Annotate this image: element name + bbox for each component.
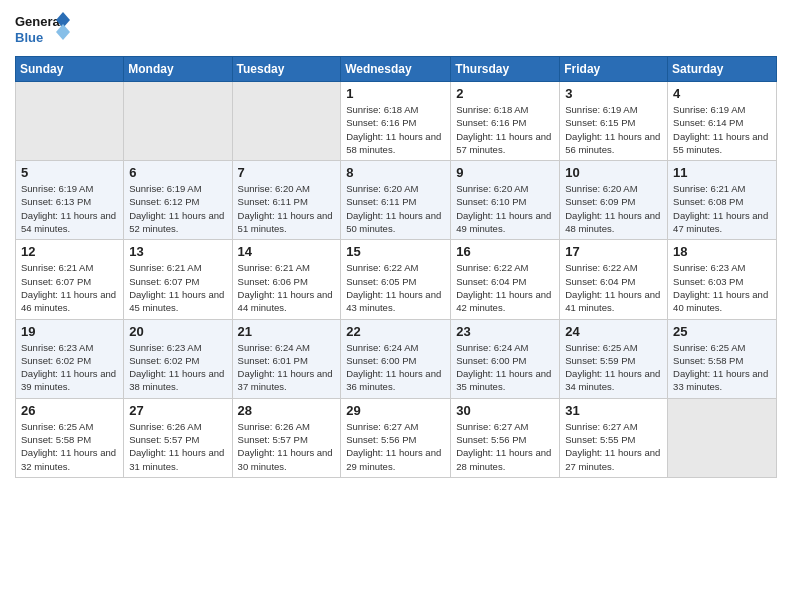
calendar-week-row: 1Sunrise: 6:18 AMSunset: 6:16 PMDaylight… [16,82,777,161]
weekday-header-row: SundayMondayTuesdayWednesdayThursdayFrid… [16,57,777,82]
day-info: Sunrise: 6:19 AMSunset: 6:14 PMDaylight:… [673,103,771,156]
calendar-cell: 1Sunrise: 6:18 AMSunset: 6:16 PMDaylight… [341,82,451,161]
calendar-cell: 24Sunrise: 6:25 AMSunset: 5:59 PMDayligh… [560,319,668,398]
day-info: Sunrise: 6:27 AMSunset: 5:55 PMDaylight:… [565,420,662,473]
day-number: 12 [21,244,118,259]
day-info: Sunrise: 6:24 AMSunset: 6:01 PMDaylight:… [238,341,336,394]
calendar-cell: 3Sunrise: 6:19 AMSunset: 6:15 PMDaylight… [560,82,668,161]
calendar-cell [124,82,232,161]
day-info: Sunrise: 6:24 AMSunset: 6:00 PMDaylight:… [346,341,445,394]
day-number: 26 [21,403,118,418]
calendar-week-row: 26Sunrise: 6:25 AMSunset: 5:58 PMDayligh… [16,398,777,477]
day-info: Sunrise: 6:18 AMSunset: 6:16 PMDaylight:… [456,103,554,156]
day-info: Sunrise: 6:27 AMSunset: 5:56 PMDaylight:… [346,420,445,473]
day-number: 2 [456,86,554,101]
calendar-cell: 18Sunrise: 6:23 AMSunset: 6:03 PMDayligh… [668,240,777,319]
day-info: Sunrise: 6:22 AMSunset: 6:04 PMDaylight:… [456,261,554,314]
calendar-cell [668,398,777,477]
day-info: Sunrise: 6:21 AMSunset: 6:06 PMDaylight:… [238,261,336,314]
calendar-cell [16,82,124,161]
weekday-header: Tuesday [232,57,341,82]
calendar-cell: 5Sunrise: 6:19 AMSunset: 6:13 PMDaylight… [16,161,124,240]
day-number: 22 [346,324,445,339]
day-info: Sunrise: 6:20 AMSunset: 6:10 PMDaylight:… [456,182,554,235]
day-info: Sunrise: 6:24 AMSunset: 6:00 PMDaylight:… [456,341,554,394]
calendar-cell: 29Sunrise: 6:27 AMSunset: 5:56 PMDayligh… [341,398,451,477]
calendar-cell: 11Sunrise: 6:21 AMSunset: 6:08 PMDayligh… [668,161,777,240]
day-number: 13 [129,244,226,259]
day-info: Sunrise: 6:27 AMSunset: 5:56 PMDaylight:… [456,420,554,473]
day-info: Sunrise: 6:26 AMSunset: 5:57 PMDaylight:… [129,420,226,473]
day-info: Sunrise: 6:19 AMSunset: 6:15 PMDaylight:… [565,103,662,156]
calendar-cell: 16Sunrise: 6:22 AMSunset: 6:04 PMDayligh… [451,240,560,319]
day-number: 31 [565,403,662,418]
day-number: 28 [238,403,336,418]
logo-svg: General Blue [15,10,70,48]
calendar-cell: 12Sunrise: 6:21 AMSunset: 6:07 PMDayligh… [16,240,124,319]
svg-text:Blue: Blue [15,30,43,45]
calendar-cell: 8Sunrise: 6:20 AMSunset: 6:11 PMDaylight… [341,161,451,240]
day-number: 7 [238,165,336,180]
logo: General Blue [15,10,70,48]
day-info: Sunrise: 6:20 AMSunset: 6:11 PMDaylight:… [346,182,445,235]
calendar-week-row: 19Sunrise: 6:23 AMSunset: 6:02 PMDayligh… [16,319,777,398]
calendar-cell: 4Sunrise: 6:19 AMSunset: 6:14 PMDaylight… [668,82,777,161]
calendar-cell: 2Sunrise: 6:18 AMSunset: 6:16 PMDaylight… [451,82,560,161]
day-info: Sunrise: 6:25 AMSunset: 5:58 PMDaylight:… [673,341,771,394]
day-number: 6 [129,165,226,180]
day-number: 16 [456,244,554,259]
day-number: 18 [673,244,771,259]
calendar-table: SundayMondayTuesdayWednesdayThursdayFrid… [15,56,777,478]
day-info: Sunrise: 6:19 AMSunset: 6:12 PMDaylight:… [129,182,226,235]
day-info: Sunrise: 6:20 AMSunset: 6:11 PMDaylight:… [238,182,336,235]
calendar-cell [232,82,341,161]
calendar-week-row: 5Sunrise: 6:19 AMSunset: 6:13 PMDaylight… [16,161,777,240]
day-number: 25 [673,324,771,339]
day-number: 23 [456,324,554,339]
day-info: Sunrise: 6:21 AMSunset: 6:07 PMDaylight:… [129,261,226,314]
day-number: 30 [456,403,554,418]
calendar-cell: 17Sunrise: 6:22 AMSunset: 6:04 PMDayligh… [560,240,668,319]
day-number: 1 [346,86,445,101]
day-number: 14 [238,244,336,259]
day-number: 15 [346,244,445,259]
weekday-header: Thursday [451,57,560,82]
calendar-cell: 9Sunrise: 6:20 AMSunset: 6:10 PMDaylight… [451,161,560,240]
day-number: 21 [238,324,336,339]
day-number: 20 [129,324,226,339]
weekday-header: Friday [560,57,668,82]
day-info: Sunrise: 6:23 AMSunset: 6:02 PMDaylight:… [129,341,226,394]
weekday-header: Sunday [16,57,124,82]
day-number: 10 [565,165,662,180]
calendar-cell: 25Sunrise: 6:25 AMSunset: 5:58 PMDayligh… [668,319,777,398]
calendar-cell: 6Sunrise: 6:19 AMSunset: 6:12 PMDaylight… [124,161,232,240]
weekday-header: Saturday [668,57,777,82]
day-info: Sunrise: 6:22 AMSunset: 6:04 PMDaylight:… [565,261,662,314]
calendar-cell: 22Sunrise: 6:24 AMSunset: 6:00 PMDayligh… [341,319,451,398]
calendar-cell: 20Sunrise: 6:23 AMSunset: 6:02 PMDayligh… [124,319,232,398]
weekday-header: Wednesday [341,57,451,82]
day-number: 27 [129,403,226,418]
calendar-cell: 21Sunrise: 6:24 AMSunset: 6:01 PMDayligh… [232,319,341,398]
calendar-cell: 14Sunrise: 6:21 AMSunset: 6:06 PMDayligh… [232,240,341,319]
calendar-cell: 30Sunrise: 6:27 AMSunset: 5:56 PMDayligh… [451,398,560,477]
day-number: 24 [565,324,662,339]
page-header: General Blue [15,10,777,48]
day-info: Sunrise: 6:26 AMSunset: 5:57 PMDaylight:… [238,420,336,473]
calendar-cell: 28Sunrise: 6:26 AMSunset: 5:57 PMDayligh… [232,398,341,477]
calendar-page: General Blue SundayMondayTuesdayWednesda… [0,0,792,612]
weekday-header: Monday [124,57,232,82]
svg-text:General: General [15,14,63,29]
calendar-cell: 27Sunrise: 6:26 AMSunset: 5:57 PMDayligh… [124,398,232,477]
calendar-cell: 19Sunrise: 6:23 AMSunset: 6:02 PMDayligh… [16,319,124,398]
day-info: Sunrise: 6:25 AMSunset: 5:58 PMDaylight:… [21,420,118,473]
day-info: Sunrise: 6:23 AMSunset: 6:03 PMDaylight:… [673,261,771,314]
day-info: Sunrise: 6:18 AMSunset: 6:16 PMDaylight:… [346,103,445,156]
calendar-cell: 15Sunrise: 6:22 AMSunset: 6:05 PMDayligh… [341,240,451,319]
day-info: Sunrise: 6:21 AMSunset: 6:07 PMDaylight:… [21,261,118,314]
calendar-cell: 7Sunrise: 6:20 AMSunset: 6:11 PMDaylight… [232,161,341,240]
calendar-cell: 26Sunrise: 6:25 AMSunset: 5:58 PMDayligh… [16,398,124,477]
day-number: 5 [21,165,118,180]
calendar-cell: 23Sunrise: 6:24 AMSunset: 6:00 PMDayligh… [451,319,560,398]
day-number: 29 [346,403,445,418]
